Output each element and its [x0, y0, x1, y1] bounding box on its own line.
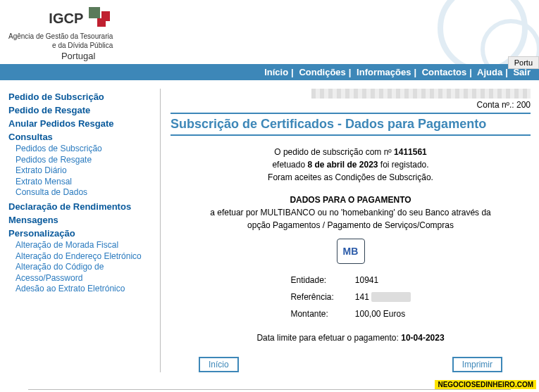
sidebar-link-pedidos-subscricao[interactable]: Pedidos de Subscrição [16, 144, 153, 155]
sidebar-link-adesao[interactable]: Adesão ao Extrato Eletrónico [16, 284, 153, 295]
entidade-value: 10941 [345, 272, 421, 288]
account-number: Conta nº.: 200 [171, 100, 531, 110]
sidebar-pedido-subscricao[interactable]: Pedido de Subscrição [8, 91, 153, 102]
payment-sub1: a efetuar por MULTIBANCO ou no 'homebank… [171, 206, 531, 219]
page-title: Subscrição de Certificados - Dados para … [171, 113, 531, 136]
montante-label: Montante: [280, 306, 343, 322]
sidebar-declaracao[interactable]: Declaração de Rendimentos [8, 201, 153, 212]
payment-sub2: opção Pagamentos / Pagamento de Serviços… [171, 219, 531, 232]
table-row: Entidade:10941 [280, 272, 420, 288]
payment-deadline: Data limite para efetuar o pagamento: 10… [171, 333, 531, 343]
sidebar-link-codigo[interactable]: Alteração do Código de Acesso/Password [16, 262, 153, 284]
sidebar-personalizacao[interactable]: Personalização [8, 228, 153, 239]
montante-value: 100,00 Euros [345, 306, 421, 322]
redacted-bar [311, 89, 531, 99]
sidebar-consultas[interactable]: Consultas [8, 132, 153, 142]
nav-inicio[interactable]: Início [264, 67, 288, 77]
table-row: Montante:100,00 Euros [280, 306, 420, 322]
lang-tab[interactable]: Portu [508, 56, 539, 69]
nav-condicoes[interactable]: Condições [299, 67, 345, 77]
entidade-label: Entidade: [280, 272, 343, 288]
button-row: Início Imprimir [171, 357, 531, 372]
sidebar: Pedido de Subscrição Pedido de Resgate A… [8, 89, 160, 372]
payment-head: DADOS PARA O PAGAMENTO [171, 194, 531, 206]
referencia-label: Referência: [280, 289, 343, 305]
table-row: Referência:141 xxx xxx [280, 289, 420, 305]
sidebar-link-morada[interactable]: Alteração de Morada Fiscal [16, 240, 153, 251]
sidebar-link-endereco[interactable]: Alteração do Endereço Eletrónico [16, 251, 153, 263]
sidebar-link-consulta-dados[interactable]: Consulta de Dados [16, 187, 153, 198]
sidebar-link-pedidos-resgate[interactable]: Pedidos de Resgate [16, 155, 153, 166]
content: Conta nº.: 200 Subscrição de Certificado… [171, 89, 531, 372]
brand-name: IGCP [49, 11, 83, 27]
country-label: Portugal [44, 51, 113, 61]
brand-block: IGCP Agência de Gestão da Tesouraria e d… [8, 6, 113, 61]
header: IGCP Agência de Gestão da Tesouraria e d… [0, 0, 539, 64]
multibanco-logo-icon: MB [337, 239, 365, 264]
imprimir-button[interactable]: Imprimir [452, 357, 502, 372]
sidebar-anular-pedidos[interactable]: Anular Pedidos Resgate [8, 118, 153, 129]
divider [160, 89, 161, 372]
confirm-text: O pedido de subscrição com nº 1411561 ef… [171, 146, 531, 184]
watermark: NEGOCIOSEDINHEIRO.COM [435, 380, 536, 389]
agency-line2: e da Dívida Pública [8, 42, 113, 49]
sidebar-link-extrato-mensal[interactable]: Extrato Mensal [16, 177, 153, 188]
sidebar-link-extrato-diario[interactable]: Extrato Diário [16, 165, 153, 177]
payment-table: Entidade:10941 Referência:141 xxx xxx Mo… [279, 271, 421, 323]
referencia-value: 141 xxx xxx [345, 289, 421, 305]
sidebar-pedido-resgate[interactable]: Pedido de Resgate [8, 105, 153, 115]
igcp-logo-icon [87, 6, 113, 31]
agency-line1: Agência de Gestão da Tesouraria [8, 32, 113, 40]
inicio-button[interactable]: Início [199, 357, 239, 372]
sidebar-mensagens[interactable]: Mensagens [8, 215, 153, 225]
svg-rect-0 [89, 7, 100, 18]
